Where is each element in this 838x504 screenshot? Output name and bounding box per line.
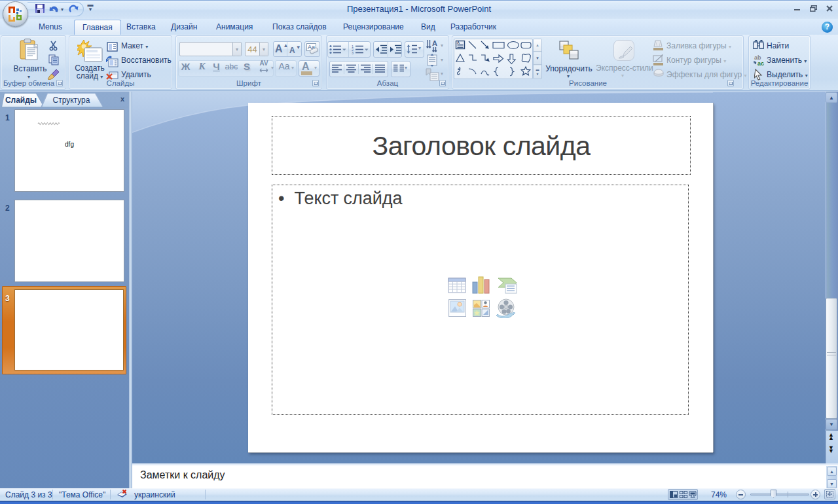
svg-text:3: 3 — [352, 51, 354, 55]
svg-text:ac: ac — [757, 60, 764, 67]
svg-text:A: A — [457, 41, 460, 45]
svg-text:A: A — [432, 39, 437, 47]
